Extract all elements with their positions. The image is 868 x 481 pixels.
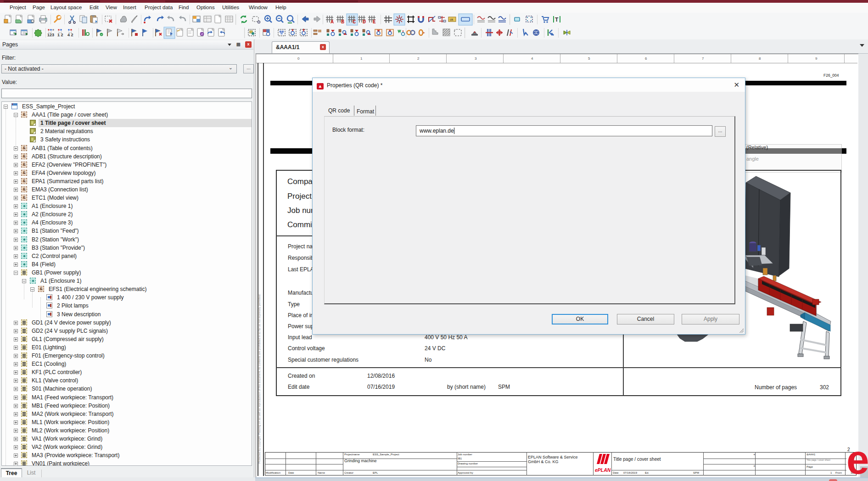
svg-text:4 2: 4 2 bbox=[67, 33, 73, 37]
svg-text:E: E bbox=[373, 19, 376, 24]
svg-text:B: B bbox=[341, 19, 344, 24]
svg-text:ePLAN: ePLAN bbox=[595, 467, 610, 473]
svg-text:1 2: 1 2 bbox=[57, 33, 63, 37]
svg-text:123: 123 bbox=[47, 33, 54, 37]
svg-text:e: e bbox=[847, 452, 868, 477]
svg-text:A: A bbox=[330, 19, 334, 24]
svg-text:C: C bbox=[353, 19, 356, 24]
svg-text:ok: ok bbox=[450, 18, 454, 21]
svg-text:D: D bbox=[363, 19, 366, 24]
svg-text:T: T bbox=[555, 17, 559, 23]
